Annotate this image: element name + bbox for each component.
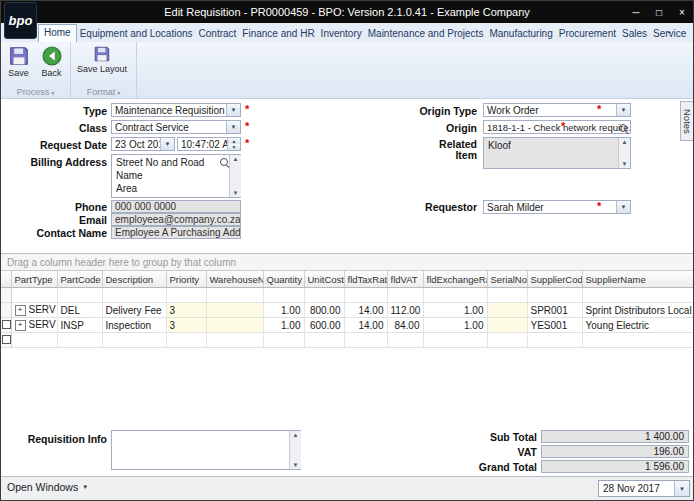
grid-cell[interactable]	[263, 288, 304, 303]
scroll-down-icon[interactable]: ▼	[622, 161, 628, 167]
grid-cell[interactable]: 3	[166, 318, 206, 333]
grid-cell[interactable]	[487, 333, 527, 348]
column-header-fldtaxrate[interactable]: fldTaxRate	[344, 271, 387, 288]
dropdown-arrow-icon[interactable]: ▼	[226, 121, 240, 133]
spin-down-icon[interactable]: ▼	[228, 144, 240, 150]
grid-cell[interactable]	[487, 318, 527, 333]
grid-cell[interactable]	[102, 333, 166, 348]
grid-cell[interactable]: Delivery Fee	[102, 303, 166, 318]
grid-cell[interactable]	[206, 333, 263, 348]
grid-cell[interactable]	[387, 288, 423, 303]
grid-cell[interactable]: INSP	[57, 318, 102, 333]
origin-type-combobox[interactable]: Work Order ▼	[483, 103, 631, 117]
ribbon-group-caption-process[interactable]: Process ▾	[1, 86, 70, 98]
grid-cell[interactable]	[263, 333, 304, 348]
scroll-down-icon[interactable]: ▼	[233, 190, 239, 196]
dropdown-arrow-icon[interactable]: ▼	[226, 104, 240, 116]
grid-cell[interactable]	[304, 288, 344, 303]
close-button[interactable]: ×	[675, 7, 689, 18]
grid-cell[interactable]	[206, 288, 263, 303]
tab-contract[interactable]: Contract	[196, 25, 240, 42]
grid-cell[interactable]	[527, 333, 582, 348]
tab-inventory[interactable]: Inventory	[318, 25, 365, 42]
column-header-unitcost[interactable]: UnitCost	[304, 271, 344, 288]
contact-name-field[interactable]: Employee A Purchasing Address	[111, 226, 241, 239]
grid-cell[interactable]: 14.00	[344, 303, 387, 318]
tab-reporting[interactable]: Reporting	[689, 25, 693, 42]
grid-cell[interactable]	[423, 288, 487, 303]
column-header-description[interactable]: Description	[102, 271, 166, 288]
status-date-picker[interactable]: 28 Nov 2017 ▼	[598, 480, 690, 497]
grid-cell[interactable]: Sprint Distributors Local	[582, 303, 693, 318]
grid-cell[interactable]	[206, 318, 263, 333]
grid-cell[interactable]	[11, 288, 57, 303]
column-header-parttype[interactable]: PartType	[11, 271, 57, 288]
grid-cell[interactable]	[11, 333, 57, 348]
scroll-up-icon[interactable]: ▲	[293, 432, 299, 438]
grid-cell[interactable]	[344, 288, 387, 303]
column-header-fldexchangerate[interactable]: fldExchangeRate	[423, 271, 487, 288]
ribbon-collapse-button[interactable]: -	[667, 25, 671, 37]
grid-cell[interactable]	[582, 333, 693, 348]
grid-cell[interactable]: 1.00	[263, 318, 304, 333]
grid-cell[interactable]: 14.00	[344, 318, 387, 333]
grid-cell[interactable]: 84.00	[387, 318, 423, 333]
grid-cell[interactable]: +SERV	[11, 318, 57, 333]
origin-lookup-field[interactable]: 1818-1-1 - Check network require...	[483, 120, 631, 134]
grid-cell[interactable]	[582, 288, 693, 303]
tab-manufacturing[interactable]: Manufacturing	[486, 25, 555, 42]
requisition-info-scrollbar[interactable]: ▲ ▼	[289, 431, 301, 469]
grid-cell[interactable]: Young Electric	[582, 318, 693, 333]
grid-cell[interactable]	[344, 333, 387, 348]
grid-cell[interactable]	[102, 288, 166, 303]
grid-cell[interactable]	[166, 333, 206, 348]
request-date-picker[interactable]: 23 Oct 2017 ▼	[111, 137, 175, 151]
column-header-serialno[interactable]: SerialNo	[487, 271, 527, 288]
save-layout-button[interactable]: Save Layout	[72, 44, 132, 74]
grid-cell[interactable]: DEL	[57, 303, 102, 318]
column-header-fldvat[interactable]: fldVAT	[387, 271, 423, 288]
column-header-priority[interactable]: Priority	[166, 271, 206, 288]
type-combobox[interactable]: Maintenance Requisition ▼	[111, 103, 241, 117]
dropdown-arrow-icon[interactable]: ▼	[674, 481, 689, 496]
requestor-combobox[interactable]: Sarah Milder ▼	[483, 200, 631, 214]
tab-sales[interactable]: Sales	[619, 25, 650, 42]
tab-home[interactable]: Home	[38, 24, 77, 42]
related-item-field[interactable]: Kloof	[483, 137, 631, 169]
grid-cell[interactable]: 3	[166, 303, 206, 318]
scroll-down-icon[interactable]: ▼	[293, 462, 299, 468]
column-header-suppliername[interactable]: SupplierName	[582, 271, 693, 288]
scroll-up-icon[interactable]: ▲	[622, 139, 628, 145]
related-item-scrollbar[interactable]: ▲ ▼	[618, 138, 630, 168]
dropdown-arrow-icon[interactable]: ▼	[616, 104, 630, 116]
grid-cell[interactable]: YES001	[527, 318, 582, 333]
open-windows-button[interactable]: Open Windows ▼	[7, 481, 88, 493]
grid-cell[interactable]	[57, 333, 102, 348]
phone-field[interactable]: 000 000 0000	[111, 200, 241, 213]
grid-cell[interactable]	[423, 333, 487, 348]
grid-cell[interactable]	[57, 288, 102, 303]
tab-equipment-and-locations[interactable]: Equipment and Locations	[77, 25, 196, 42]
column-header-warehousename[interactable]: WarehouseName	[206, 271, 263, 288]
save-button[interactable]: Save	[2, 44, 35, 78]
notes-side-tab[interactable]: Notes	[680, 101, 693, 141]
grid-cell[interactable]: 1.00	[423, 318, 487, 333]
back-button[interactable]: Back	[35, 44, 68, 78]
maximize-button[interactable]: □	[652, 7, 666, 18]
grid-cell[interactable]	[487, 288, 527, 303]
request-time-spinner[interactable]: 10:47:02 AM ▲▼	[177, 137, 241, 151]
column-header-suppliercode[interactable]: SupplierCode	[527, 271, 582, 288]
grid-cell[interactable]	[387, 333, 423, 348]
grid-cell[interactable]	[304, 333, 344, 348]
ribbon-group-caption-format[interactable]: Format ▾	[71, 86, 136, 98]
expand-row-icon[interactable]: +	[15, 305, 26, 316]
grid-cell[interactable]: 1.00	[423, 303, 487, 318]
grid-cell[interactable]: +SERV	[11, 303, 57, 318]
grid-cell[interactable]: 600.00	[304, 318, 344, 333]
search-icon[interactable]	[220, 158, 228, 166]
search-icon[interactable]	[619, 124, 627, 132]
scroll-up-icon[interactable]: ▲	[233, 156, 239, 162]
grid-cell[interactable]	[206, 303, 263, 318]
requisition-info-input[interactable]	[111, 430, 301, 470]
expand-row-icon[interactable]: +	[15, 320, 26, 331]
